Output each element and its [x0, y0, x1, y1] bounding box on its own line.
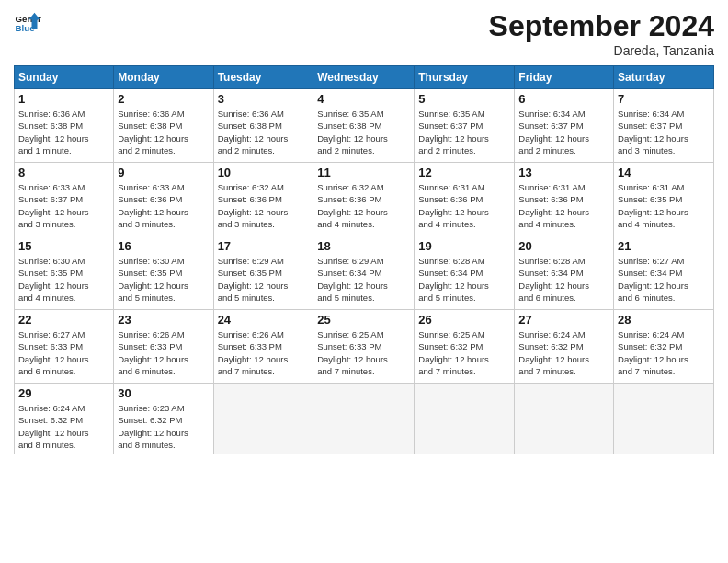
table-row: 6Sunrise: 6:34 AM Sunset: 6:37 PM Daylig… [515, 89, 614, 163]
day-info: Sunrise: 6:28 AM Sunset: 6:34 PM Dayligh… [518, 255, 609, 304]
table-row [213, 384, 313, 454]
day-number: 16 [118, 239, 209, 253]
day-info: Sunrise: 6:32 AM Sunset: 6:36 PM Dayligh… [317, 181, 410, 230]
day-info: Sunrise: 6:23 AM Sunset: 6:32 PM Dayligh… [118, 402, 209, 451]
day-number: 11 [317, 166, 410, 179]
day-info: Sunrise: 6:29 AM Sunset: 6:35 PM Dayligh… [218, 255, 310, 304]
day-number: 22 [18, 313, 109, 327]
calendar: Sunday Monday Tuesday Wednesday Thursday… [14, 65, 714, 454]
table-row: 8Sunrise: 6:33 AM Sunset: 6:37 PM Daylig… [15, 163, 114, 236]
day-number: 26 [418, 313, 510, 327]
day-number: 27 [518, 313, 609, 327]
table-row: 1Sunrise: 6:36 AM Sunset: 6:38 PM Daylig… [15, 89, 114, 163]
table-row: 15Sunrise: 6:30 AM Sunset: 6:35 PM Dayli… [15, 236, 114, 310]
table-row: 25Sunrise: 6:25 AM Sunset: 6:33 PM Dayli… [313, 310, 415, 384]
day-number: 7 [618, 92, 710, 106]
day-info: Sunrise: 6:35 AM Sunset: 6:37 PM Dayligh… [418, 108, 510, 156]
table-row: 5Sunrise: 6:35 AM Sunset: 6:37 PM Daylig… [415, 89, 515, 163]
table-row: 11Sunrise: 6:32 AM Sunset: 6:36 PM Dayli… [313, 163, 415, 236]
day-info: Sunrise: 6:26 AM Sunset: 6:33 PM Dayligh… [118, 328, 209, 377]
day-number: 12 [418, 166, 510, 179]
day-info: Sunrise: 6:27 AM Sunset: 6:34 PM Dayligh… [618, 255, 710, 304]
day-info: Sunrise: 6:25 AM Sunset: 6:33 PM Dayligh… [317, 328, 410, 377]
day-number: 15 [18, 239, 109, 253]
day-info: Sunrise: 6:32 AM Sunset: 6:36 PM Dayligh… [218, 181, 310, 230]
table-row: 21Sunrise: 6:27 AM Sunset: 6:34 PM Dayli… [614, 236, 714, 310]
day-number: 3 [218, 92, 310, 106]
table-row: 16Sunrise: 6:30 AM Sunset: 6:35 PM Dayli… [114, 236, 213, 310]
logo: General Blue [14, 9, 41, 37]
day-info: Sunrise: 6:33 AM Sunset: 6:36 PM Dayligh… [118, 181, 209, 230]
table-row: 22Sunrise: 6:27 AM Sunset: 6:33 PM Dayli… [15, 310, 114, 384]
table-row: 9Sunrise: 6:33 AM Sunset: 6:36 PM Daylig… [114, 163, 213, 236]
col-tuesday: Tuesday [213, 66, 313, 89]
col-saturday: Saturday [614, 66, 714, 89]
day-number: 4 [317, 92, 410, 106]
table-row: 20Sunrise: 6:28 AM Sunset: 6:34 PM Dayli… [515, 236, 614, 310]
table-row [415, 384, 515, 454]
day-number: 5 [418, 92, 510, 106]
day-info: Sunrise: 6:24 AM Sunset: 6:32 PM Dayligh… [618, 328, 710, 377]
day-number: 18 [317, 239, 410, 253]
table-row: 7Sunrise: 6:34 AM Sunset: 6:37 PM Daylig… [614, 89, 714, 163]
table-row: 26Sunrise: 6:25 AM Sunset: 6:32 PM Dayli… [415, 310, 515, 384]
day-number: 2 [118, 92, 209, 106]
day-info: Sunrise: 6:35 AM Sunset: 6:38 PM Dayligh… [317, 108, 410, 156]
day-info: Sunrise: 6:31 AM Sunset: 6:35 PM Dayligh… [618, 181, 710, 230]
table-row: 23Sunrise: 6:26 AM Sunset: 6:33 PM Dayli… [114, 310, 213, 384]
page: General Blue September 2024 Dareda, Tanz… [0, 0, 728, 563]
day-number: 29 [18, 386, 109, 400]
day-info: Sunrise: 6:36 AM Sunset: 6:38 PM Dayligh… [218, 108, 310, 156]
table-row: 30Sunrise: 6:23 AM Sunset: 6:32 PM Dayli… [114, 384, 213, 454]
day-number: 17 [218, 239, 310, 253]
header-row: Sunday Monday Tuesday Wednesday Thursday… [15, 66, 714, 89]
table-row: 13Sunrise: 6:31 AM Sunset: 6:36 PM Dayli… [515, 163, 614, 236]
day-info: Sunrise: 6:30 AM Sunset: 6:35 PM Dayligh… [118, 255, 209, 304]
day-info: Sunrise: 6:24 AM Sunset: 6:32 PM Dayligh… [518, 328, 609, 377]
day-number: 20 [518, 239, 609, 253]
day-info: Sunrise: 6:25 AM Sunset: 6:32 PM Dayligh… [418, 328, 510, 377]
table-row [313, 384, 415, 454]
day-number: 1 [18, 92, 109, 106]
day-info: Sunrise: 6:34 AM Sunset: 6:37 PM Dayligh… [618, 108, 710, 156]
col-friday: Friday [515, 66, 614, 89]
title-block: September 2024 Dareda, Tanzania [489, 9, 714, 58]
table-row: 18Sunrise: 6:29 AM Sunset: 6:34 PM Dayli… [313, 236, 415, 310]
table-row: 17Sunrise: 6:29 AM Sunset: 6:35 PM Dayli… [213, 236, 313, 310]
day-info: Sunrise: 6:28 AM Sunset: 6:34 PM Dayligh… [418, 255, 510, 304]
day-info: Sunrise: 6:26 AM Sunset: 6:33 PM Dayligh… [218, 328, 310, 377]
table-row [515, 384, 614, 454]
day-number: 24 [218, 313, 310, 327]
day-number: 30 [118, 386, 209, 400]
day-number: 19 [418, 239, 510, 253]
table-row: 27Sunrise: 6:24 AM Sunset: 6:32 PM Dayli… [515, 310, 614, 384]
day-info: Sunrise: 6:34 AM Sunset: 6:37 PM Dayligh… [518, 108, 609, 156]
table-row: 19Sunrise: 6:28 AM Sunset: 6:34 PM Dayli… [415, 236, 515, 310]
day-number: 21 [618, 239, 710, 253]
table-row: 12Sunrise: 6:31 AM Sunset: 6:36 PM Dayli… [415, 163, 515, 236]
location: Dareda, Tanzania [489, 43, 714, 58]
table-row: 4Sunrise: 6:35 AM Sunset: 6:38 PM Daylig… [313, 89, 415, 163]
logo-icon: General Blue [14, 9, 41, 37]
day-info: Sunrise: 6:27 AM Sunset: 6:33 PM Dayligh… [18, 328, 109, 377]
table-row: 3Sunrise: 6:36 AM Sunset: 6:38 PM Daylig… [213, 89, 313, 163]
day-info: Sunrise: 6:33 AM Sunset: 6:37 PM Dayligh… [18, 181, 109, 230]
day-number: 6 [518, 92, 609, 106]
table-row: 14Sunrise: 6:31 AM Sunset: 6:35 PM Dayli… [614, 163, 714, 236]
col-wednesday: Wednesday [313, 66, 415, 89]
table-row: 2Sunrise: 6:36 AM Sunset: 6:38 PM Daylig… [114, 89, 213, 163]
col-thursday: Thursday [415, 66, 515, 89]
col-monday: Monday [114, 66, 213, 89]
month-title: September 2024 [489, 9, 714, 43]
table-row: 24Sunrise: 6:26 AM Sunset: 6:33 PM Dayli… [213, 310, 313, 384]
day-number: 10 [218, 166, 310, 179]
day-number: 25 [317, 313, 410, 327]
table-row: 10Sunrise: 6:32 AM Sunset: 6:36 PM Dayli… [213, 163, 313, 236]
day-number: 13 [518, 166, 609, 179]
table-row [614, 384, 714, 454]
table-row: 28Sunrise: 6:24 AM Sunset: 6:32 PM Dayli… [614, 310, 714, 384]
day-number: 23 [118, 313, 209, 327]
day-number: 9 [118, 166, 209, 179]
day-info: Sunrise: 6:24 AM Sunset: 6:32 PM Dayligh… [18, 402, 109, 451]
day-info: Sunrise: 6:30 AM Sunset: 6:35 PM Dayligh… [18, 255, 109, 304]
